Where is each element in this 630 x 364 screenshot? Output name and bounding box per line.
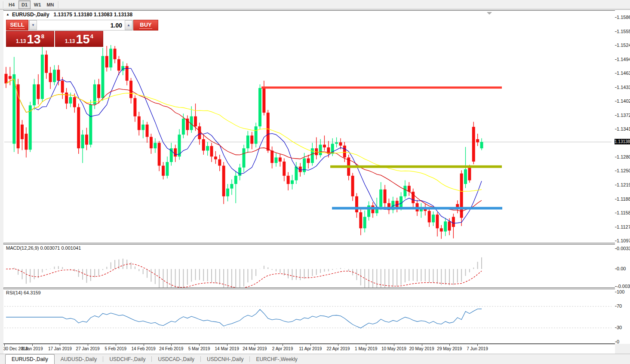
price-axis-label: 1.11885 bbox=[617, 196, 630, 202]
sell-button[interactable]: SELL bbox=[6, 20, 28, 31]
date-axis-label: 27 Jan 2019 bbox=[76, 346, 100, 351]
date-tick-mark bbox=[283, 344, 283, 346]
date-tick-mark bbox=[88, 344, 88, 346]
date-axis-label: 5 Feb 2019 bbox=[105, 346, 127, 351]
date-axis[interactable]: 30 Dec 20188 Jan 201917 Jan 201927 Jan 2… bbox=[3, 344, 615, 354]
timeframe-button-h4[interactable]: H4 bbox=[6, 0, 18, 9]
price-axis-label: 1.15860 bbox=[617, 15, 630, 20]
toolbar-separator bbox=[58, 1, 59, 8]
timeframe-toolbar: H4D1W1MN bbox=[0, 0, 630, 9]
date-axis-label: 1 May 2019 bbox=[355, 346, 377, 351]
price-axis-label: 1.12500 bbox=[617, 168, 630, 173]
macd-histogram bbox=[6, 257, 482, 288]
date-tick-mark bbox=[32, 344, 33, 346]
date-axis-label: 22 Apr 2019 bbox=[327, 346, 350, 351]
price-axis-label: 1.14635 bbox=[617, 70, 630, 76]
date-tick-mark bbox=[255, 344, 255, 346]
date-tick-mark bbox=[366, 344, 366, 346]
buy-price-prefix: 1.13 bbox=[65, 38, 75, 44]
date-tick-mark bbox=[199, 344, 200, 346]
price-axis-label: 1.13720 bbox=[617, 113, 630, 118]
macd-label: MACD(12,26,9) 0.003071 0.001041 bbox=[5, 245, 82, 251]
toolbar-separator bbox=[3, 1, 4, 8]
date-tick-mark bbox=[310, 344, 311, 346]
rsi-canvas bbox=[3, 289, 614, 343]
macd-axis-label: 0.00 bbox=[617, 266, 626, 271]
price-axis-label: 1.12195 bbox=[617, 182, 630, 187]
chart-tab-usdchf-daily[interactable]: USDCHF-,Daily bbox=[103, 354, 151, 364]
chart-shift-marker-icon[interactable] bbox=[487, 12, 492, 15]
price-axis-label: 1.12805 bbox=[617, 154, 630, 159]
timeframe-button-d1[interactable]: D1 bbox=[18, 0, 31, 9]
price-axis-label: 1.14330 bbox=[617, 85, 630, 90]
volume-input[interactable] bbox=[37, 20, 125, 30]
rsi-axis-label: 70 bbox=[617, 303, 622, 309]
chart-title: ▲EURUSD-,Daily1.13175 1.13180 1.13083 1.… bbox=[6, 12, 132, 18]
rsi-axis-label: 30 bbox=[617, 325, 622, 330]
price-axis-label: 1.11580 bbox=[617, 210, 630, 215]
date-axis-label: 8 Jan 2019 bbox=[22, 346, 43, 351]
rsi-axis-label: 100 bbox=[617, 289, 624, 294]
rsi-label: RSI(14) 64.3159 bbox=[5, 290, 42, 295]
chart-tab-eurchf-weekly[interactable]: EURCHF-,Weekly bbox=[250, 354, 303, 364]
date-axis-label: 11 Apr 2019 bbox=[299, 346, 322, 351]
date-tick-mark bbox=[394, 344, 394, 346]
rsi-indicator-panel[interactable]: RSI(14) 64.3159 bbox=[3, 289, 615, 344]
price-axis-label: 1.13415 bbox=[617, 126, 630, 132]
timeframe-button-mn[interactable]: MN bbox=[44, 0, 56, 9]
date-tick-mark bbox=[171, 344, 172, 346]
date-axis-label: 2 Apr 2019 bbox=[272, 346, 293, 351]
date-axis-label: 10 May 2019 bbox=[381, 346, 406, 351]
price-axis-label: 1.10970 bbox=[617, 238, 630, 243]
price-axis-label: 1.15550 bbox=[617, 29, 630, 34]
collapse-panel-icon[interactable]: ▲ bbox=[6, 12, 9, 16]
price-axis-label: 1.14940 bbox=[617, 57, 630, 62]
date-tick-mark bbox=[449, 344, 450, 346]
macd-canvas bbox=[3, 245, 614, 288]
date-tick-mark bbox=[227, 344, 227, 346]
date-axis-label: 24 Mar 2019 bbox=[243, 346, 267, 351]
date-axis-label: 20 May 2019 bbox=[409, 346, 434, 351]
rsi-line bbox=[6, 309, 482, 328]
chart-tab-audusd-daily[interactable]: AUDUSD-,Daily bbox=[55, 354, 103, 364]
date-tick-mark bbox=[477, 344, 478, 346]
chart-tab-usdcad-daily[interactable]: USDCAD-,Daily bbox=[152, 354, 200, 364]
price-axis-label: 1.11275 bbox=[617, 224, 630, 229]
date-axis-label: 17 Jan 2019 bbox=[48, 346, 72, 351]
volume-dropdown-icon[interactable]: ▼ bbox=[29, 20, 37, 30]
ohlc-values: 1.13175 1.13180 1.13083 1.13138 bbox=[54, 12, 133, 18]
sell-price-big: 13 bbox=[27, 33, 40, 46]
trading-terminal-window: H4D1W1MN ▲EURUSD-,Daily1.13175 1.13180 1… bbox=[0, 0, 630, 364]
chart-tab-eurusd-daily[interactable]: EURUSD-,Daily bbox=[5, 354, 55, 364]
current-price-tag: 1.13138 bbox=[615, 139, 630, 144]
timeframe-button-w1[interactable]: W1 bbox=[31, 0, 43, 9]
sell-quote[interactable]: 1.13 13 8 bbox=[6, 31, 54, 47]
macd-axis-label: 0.003392 bbox=[617, 246, 630, 251]
date-tick-mark bbox=[60, 344, 60, 346]
date-axis-label: 5 Mar 2019 bbox=[188, 346, 210, 351]
date-tick-mark bbox=[116, 344, 116, 346]
chart-tab-bar: EURUSD-,DailyAUDUSD-,DailyUSDCHF-,DailyU… bbox=[0, 354, 630, 364]
chart-tab-usdcnh-daily[interactable]: USDCNH-,Daily bbox=[201, 354, 249, 364]
symbol-period-label: EURUSD-,Daily bbox=[12, 12, 49, 18]
buy-quote[interactable]: 1.13 15 4 bbox=[55, 31, 103, 47]
date-axis-label: 24 Feb 2019 bbox=[159, 346, 183, 351]
buy-price-big: 15 bbox=[76, 33, 89, 46]
sell-price-prefix: 1.13 bbox=[16, 38, 26, 44]
price-axis-label: 1.14025 bbox=[617, 98, 630, 104]
buy-button[interactable]: BUY bbox=[133, 20, 158, 31]
buy-price-pip: 4 bbox=[90, 33, 93, 40]
rsi-axis-label: 0 bbox=[617, 339, 619, 344]
volume-up-icon[interactable]: ▲ bbox=[125, 20, 132, 30]
macd-indicator-panel[interactable]: MACD(12,26,9) 0.003071 0.001041 bbox=[3, 244, 615, 288]
date-axis-label: 29 May 2019 bbox=[437, 346, 462, 351]
one-click-trading-panel: SELL ▼ ▲ BUY 1.13 13 8 1.13 15 4 bbox=[6, 20, 103, 47]
price-axis-label: 1.15245 bbox=[617, 43, 630, 48]
date-axis-label: 7 Jun 2019 bbox=[467, 346, 488, 351]
date-tick-mark bbox=[422, 344, 422, 346]
date-tick-mark bbox=[144, 344, 144, 346]
macd-axis-label: -0.003664 bbox=[617, 284, 630, 289]
volume-spinner: ▼ ▲ bbox=[29, 20, 133, 31]
value-axis[interactable]: 1.158601.155501.152451.149401.146351.143… bbox=[615, 10, 630, 344]
date-tick-mark bbox=[338, 344, 338, 346]
